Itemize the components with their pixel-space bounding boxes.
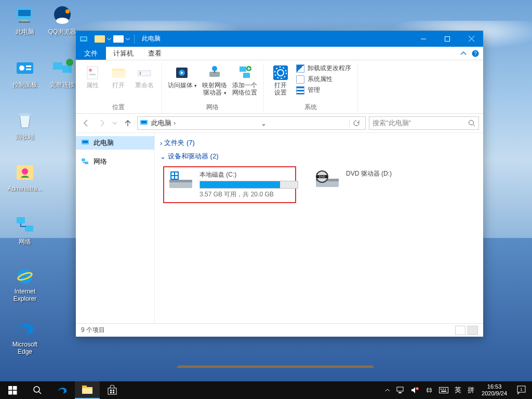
desktop-icon-label: 宽带连接 <box>50 81 75 88</box>
nav-item-network[interactable]: 网络 <box>76 155 154 168</box>
desktop-icon-label: Internet Explorer <box>5 288 45 303</box>
desktop-icon-cpl[interactable]: 控制面板 <box>5 57 45 88</box>
tray-ime1[interactable]: 英 <box>451 381 464 399</box>
group-header-devices[interactable]: ⌄ 设备和驱动器 (2) <box>155 150 483 163</box>
taskbar-edge[interactable] <box>50 381 75 399</box>
up-button[interactable] <box>122 117 134 129</box>
quick-access-toolbar <box>92 35 130 43</box>
tray-volume-icon[interactable] <box>408 381 422 399</box>
desktop-icon-label: Administra... <box>8 185 43 192</box>
recent-dropdown[interactable] <box>111 117 118 129</box>
open-icon <box>110 64 127 81</box>
help-icon[interactable]: ? <box>472 50 479 57</box>
net-icon <box>14 214 36 237</box>
settings-icon <box>272 64 289 81</box>
taskbar-clock[interactable]: 16:53 2020/9/24 <box>477 383 511 396</box>
drive-item[interactable]: 本地磁盘 (C:)3.57 GB 可用，共 20.0 GB <box>163 166 296 203</box>
search-input[interactable]: 搜索"此电脑" <box>369 116 479 130</box>
desktop-icon-edge[interactable]: Microsoft Edge <box>5 317 45 356</box>
svg-rect-72 <box>110 390 112 391</box>
svg-rect-77 <box>398 392 402 393</box>
search-button[interactable] <box>25 381 50 399</box>
ribbon-tabs: 文件 计算机 查看 ? <box>76 47 483 60</box>
capacity-bar <box>200 181 298 189</box>
search-placeholder: 搜索"此电脑" <box>373 118 411 128</box>
desktop-icon-bin[interactable]: 回收站 <box>5 109 45 140</box>
start-button[interactable] <box>0 381 25 399</box>
nav-item-label: 网络 <box>94 157 107 166</box>
ribbon-side-manage[interactable]: 管理 <box>294 85 353 95</box>
dvd-icon: DVD <box>314 169 341 190</box>
chevron-down-icon[interactable] <box>107 35 111 43</box>
user-icon <box>14 161 36 184</box>
back-button[interactable] <box>80 117 92 129</box>
address-bar[interactable]: 此电脑› ⌄ <box>137 116 366 130</box>
edge-icon <box>14 317 36 340</box>
tab-file[interactable]: 文件 <box>76 47 106 60</box>
drive-space: 3.57 GB 可用，共 20.0 GB <box>200 190 298 199</box>
taskbar-store[interactable] <box>100 381 125 399</box>
desktop-icon-net[interactable]: 网络 <box>5 214 45 245</box>
svg-point-5 <box>56 18 69 24</box>
desktop-icon-pc[interactable]: 此电脑 <box>5 4 45 35</box>
ribbon-mapnet-button[interactable]: 映射网络驱动器 ▾ <box>200 63 229 98</box>
cpl-icon <box>14 57 36 80</box>
ribbon-group: 属性打开重命名位置 <box>76 63 162 113</box>
qat-item[interactable] <box>95 35 105 43</box>
system-tray: 英 拼 16:53 2020/9/24 1 <box>382 381 532 399</box>
ribbon-group: 访问媒体 ▾映射网络驱动器 ▾添加一个网络位置网络 <box>162 63 264 113</box>
prop-icon <box>296 75 304 84</box>
close-button[interactable] <box>459 31 483 47</box>
ribbon-group-name: 网络 <box>206 103 219 113</box>
qat-item[interactable] <box>113 35 124 43</box>
view-switcher <box>455 326 478 335</box>
status-text: 9 个项目 <box>81 326 105 335</box>
drive-item[interactable]: DVDDVD 驱动器 (D:) <box>311 166 444 203</box>
svg-rect-75 <box>113 392 114 393</box>
address-dropdown[interactable]: ⌄ <box>258 119 270 127</box>
refresh-button[interactable] <box>349 119 363 127</box>
notifications-button[interactable]: 1 <box>511 385 532 395</box>
chevron-down-icon[interactable] <box>126 35 130 43</box>
ribbon-addnet-button[interactable]: 添加一个网络位置 <box>230 63 259 98</box>
desktop-icon-label: 控制面板 <box>12 81 37 88</box>
main-content[interactable]: › 文件夹 (7) ⌄ 设备和驱动器 (2) 本地磁盘 (C:)3.57 GB … <box>155 133 483 323</box>
tab-computer[interactable]: 计算机 <box>106 47 141 60</box>
tray-keyboard-icon[interactable] <box>436 381 451 399</box>
ribbon-settings-button[interactable]: 打开设置 <box>268 63 293 98</box>
svg-text:1: 1 <box>520 387 523 392</box>
tray-ime-status-icon[interactable] <box>422 381 436 399</box>
svg-text:?: ? <box>474 51 477 57</box>
maximize-button[interactable] <box>435 31 459 47</box>
svg-point-6 <box>65 9 70 14</box>
tray-overflow[interactable] <box>382 381 393 399</box>
desktop-icon-ie[interactable]: Internet Explorer <box>5 264 45 303</box>
svg-rect-82 <box>445 389 446 390</box>
collapse-ribbon-icon[interactable] <box>460 50 467 57</box>
nav-row: 此电脑› ⌄ 搜索"此电脑" <box>76 114 483 132</box>
tab-view[interactable]: 查看 <box>141 47 169 60</box>
view-tiles-button[interactable] <box>468 326 478 335</box>
chevron-right-icon[interactable]: › <box>171 119 176 127</box>
desktop-icon-user[interactable]: Administra... <box>5 161 45 192</box>
breadcrumb: 此电脑› <box>149 118 178 128</box>
search-icon[interactable] <box>468 119 475 127</box>
svg-rect-46 <box>83 141 88 143</box>
forward-button[interactable] <box>96 117 108 129</box>
taskbar-explorer[interactable] <box>75 381 100 399</box>
window-title: 此电脑 <box>142 34 161 43</box>
titlebar[interactable]: 此电脑 <box>76 31 483 47</box>
group-header-folders[interactable]: › 文件夹 (7) <box>155 136 483 150</box>
minimize-button[interactable] <box>411 31 435 47</box>
explorer-window: 此电脑 文件 计算机 查看 ? 属性打开重命名位置访问媒体 ▾映射网络驱动器 ▾… <box>76 31 483 337</box>
svg-rect-47 <box>82 158 85 161</box>
unin-icon <box>296 64 304 73</box>
nav-item-this-pc[interactable]: 此电脑 <box>76 136 154 150</box>
ribbon-side-prop[interactable]: 系统属性 <box>294 74 353 84</box>
ribbon-side-unin[interactable]: 卸载或更改程序 <box>294 63 353 73</box>
view-details-button[interactable] <box>455 326 466 335</box>
ribbon-media-button[interactable]: 访问媒体 ▾ <box>166 63 199 90</box>
tray-network-icon[interactable] <box>393 381 408 399</box>
ribbon-group: 打开设置卸载或更改程序系统属性管理系统 <box>264 63 358 113</box>
tray-ime2[interactable]: 拼 <box>464 381 477 399</box>
